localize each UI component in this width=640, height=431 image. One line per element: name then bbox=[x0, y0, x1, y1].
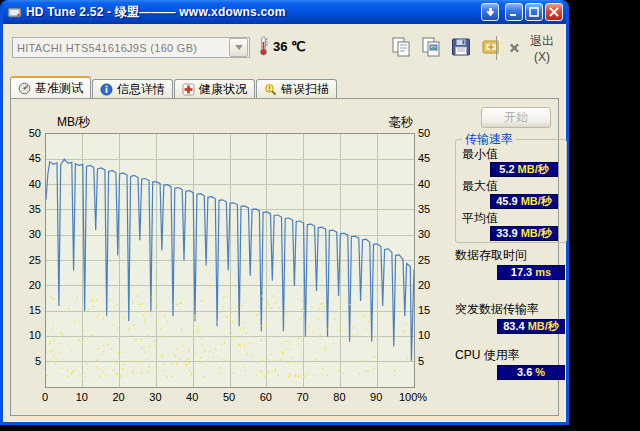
toolbar: HITACHI HTS541616J9S (160 GB) 36 ℃ bbox=[4, 24, 565, 74]
stats-column: 传输速率 最小值 5.2 MB/秒 最大值 45.9 bbox=[455, 99, 567, 415]
axis-tick-label: 15 bbox=[418, 304, 446, 316]
axis-tick-label: 5 bbox=[418, 355, 446, 367]
close-button[interactable] bbox=[545, 3, 563, 21]
thermometer-icon bbox=[258, 36, 269, 56]
stat-burst-rate-unit: MB/秒 bbox=[528, 320, 559, 333]
tab-benchmark-label: 基准测试 bbox=[35, 80, 83, 97]
stat-cpu-usage-label: CPU 使用率 bbox=[455, 349, 567, 362]
screenshot-canvas: HD Tune 2.52 - 绿盟——— www.xdowns.com bbox=[0, 0, 640, 431]
copy-image-icon bbox=[420, 36, 442, 58]
maximize-button[interactable] bbox=[525, 3, 543, 21]
axis-tick-label: 70 bbox=[286, 391, 320, 403]
axis-tick-label: 5 bbox=[13, 355, 41, 367]
axis-tick-label: 40 bbox=[418, 178, 446, 190]
axis-tick-label: 35 bbox=[13, 203, 41, 215]
stat-minimum: 最小值 5.2 MB/秒 bbox=[462, 148, 560, 177]
benchmark-panel: MB/秒 毫秒 50504545404035353030252520201515… bbox=[10, 98, 559, 416]
minimize-icon bbox=[509, 7, 519, 17]
stat-burst-rate-value: 83.4 bbox=[503, 320, 524, 333]
tab-health-label: 健康状况 bbox=[199, 81, 247, 98]
stat-cpu-usage-value-badge: 3.6 % bbox=[497, 365, 565, 380]
axis-tick-label: 35 bbox=[418, 203, 446, 215]
copy-image-button[interactable] bbox=[418, 34, 444, 60]
axis-tick-label: 20 bbox=[13, 279, 41, 291]
save-icon bbox=[450, 36, 472, 58]
tab-info[interactable]: 信息详情 bbox=[92, 79, 173, 98]
download-button[interactable] bbox=[481, 3, 499, 21]
stat-access-time-label: 数据存取时间 bbox=[455, 249, 567, 262]
axis-tick-label: 40 bbox=[175, 391, 209, 403]
tab-error-scan-label: 错误扫描 bbox=[281, 81, 329, 98]
axis-tick-label: 60 bbox=[249, 391, 283, 403]
download-arrow-icon bbox=[486, 8, 495, 17]
drive-select-dropdown-button[interactable] bbox=[229, 38, 248, 57]
axis-tick-label: 20 bbox=[418, 279, 446, 291]
drive-select[interactable]: HITACHI HTS541616J9S (160 GB) bbox=[12, 37, 250, 58]
chevron-down-icon bbox=[235, 45, 243, 50]
axis-tick-label: 100% bbox=[396, 391, 430, 403]
axis-tick-label: 50 bbox=[418, 127, 446, 139]
axis-tick-label: 15 bbox=[13, 304, 41, 316]
axis-tick-label: 50 bbox=[13, 127, 41, 139]
error-scan-icon bbox=[264, 83, 277, 96]
stat-access-time-value-badge: 17.3 ms bbox=[497, 265, 565, 280]
tab-info-label: 信息详情 bbox=[117, 81, 165, 98]
axis-tick-label: 45 bbox=[13, 152, 41, 164]
window-body: HITACHI HTS541616J9S (160 GB) 36 ℃ bbox=[3, 24, 566, 422]
axis-tick-label: 25 bbox=[13, 254, 41, 266]
tab-error-scan[interactable]: 错误扫描 bbox=[256, 79, 337, 98]
stat-cpu-usage-unit: % bbox=[535, 366, 545, 379]
axis-tick-label: 25 bbox=[418, 254, 446, 266]
stat-access-time-value: 17.3 bbox=[511, 266, 532, 279]
maximize-icon bbox=[529, 7, 539, 17]
stat-burst-rate-label: 突发数据传输率 bbox=[455, 303, 567, 316]
stat-maximum: 最大值 45.9 MB/秒 bbox=[462, 180, 560, 209]
left-axis-label: MB/秒 bbox=[57, 114, 90, 131]
axis-tick-label: 10 bbox=[418, 329, 446, 341]
right-axis-label: 毫秒 bbox=[341, 114, 413, 131]
stat-minimum-value-badge: 5.2 MB/秒 bbox=[490, 162, 558, 177]
chart-zone: MB/秒 毫秒 50504545404035353030252520201515… bbox=[11, 99, 451, 415]
save-button[interactable] bbox=[448, 34, 474, 60]
exit-x-icon bbox=[509, 42, 520, 54]
window-buttons bbox=[481, 3, 563, 21]
gauge-icon bbox=[18, 82, 31, 95]
axis-tick-label: 10 bbox=[65, 391, 99, 403]
stat-average-label: 平均值 bbox=[462, 212, 560, 225]
stat-burst-rate: 突发数据传输率 83.4 MB/秒 bbox=[455, 303, 567, 334]
minimize-button[interactable] bbox=[505, 3, 523, 21]
export-button[interactable] bbox=[478, 34, 504, 60]
axis-tick-label: 30 bbox=[418, 228, 446, 240]
stat-average-unit: MB/秒 bbox=[521, 227, 552, 240]
stat-minimum-value: 5.2 bbox=[499, 163, 514, 176]
copy-text-button[interactable] bbox=[388, 34, 414, 60]
app-icon bbox=[7, 5, 22, 20]
window-title: HD Tune 2.52 - 绿盟——— www.xdowns.com bbox=[26, 4, 477, 21]
axis-tick-label: 30 bbox=[138, 391, 172, 403]
tab-benchmark[interactable]: 基准测试 bbox=[10, 76, 91, 98]
benchmark-chart bbox=[45, 133, 415, 388]
exit-button[interactable]: 退出(X) bbox=[504, 36, 565, 60]
axis-tick-label: 50 bbox=[212, 391, 246, 403]
transfer-rate-group-title: 传输速率 bbox=[462, 133, 516, 146]
toolbar-separator bbox=[496, 36, 500, 60]
axis-tick-label: 90 bbox=[359, 391, 393, 403]
axis-tick-label: 10 bbox=[13, 329, 41, 341]
temperature-value: 36 ℃ bbox=[273, 39, 306, 54]
stat-minimum-label: 最小值 bbox=[462, 148, 560, 161]
axis-tick-label: 40 bbox=[13, 178, 41, 190]
titlebar[interactable]: HD Tune 2.52 - 绿盟——— www.xdowns.com bbox=[3, 0, 566, 24]
axis-tick-label: 0 bbox=[28, 391, 62, 403]
tab-health[interactable]: 健康状况 bbox=[174, 79, 255, 98]
axis-tick-label: 45 bbox=[418, 152, 446, 164]
exit-button-label: 退出(X) bbox=[524, 33, 560, 64]
health-cross-icon bbox=[182, 83, 195, 96]
axis-tick-label: 80 bbox=[322, 391, 356, 403]
stat-maximum-unit: MB/秒 bbox=[521, 195, 552, 208]
stat-minimum-unit: MB/秒 bbox=[518, 163, 549, 176]
stat-average: 平均值 33.9 MB/秒 bbox=[462, 212, 560, 241]
axis-tick-label: 20 bbox=[102, 391, 136, 403]
axis-tick-label: 30 bbox=[13, 228, 41, 240]
temperature-indicator: 36 ℃ bbox=[258, 36, 306, 56]
copy-icon bbox=[390, 36, 412, 58]
